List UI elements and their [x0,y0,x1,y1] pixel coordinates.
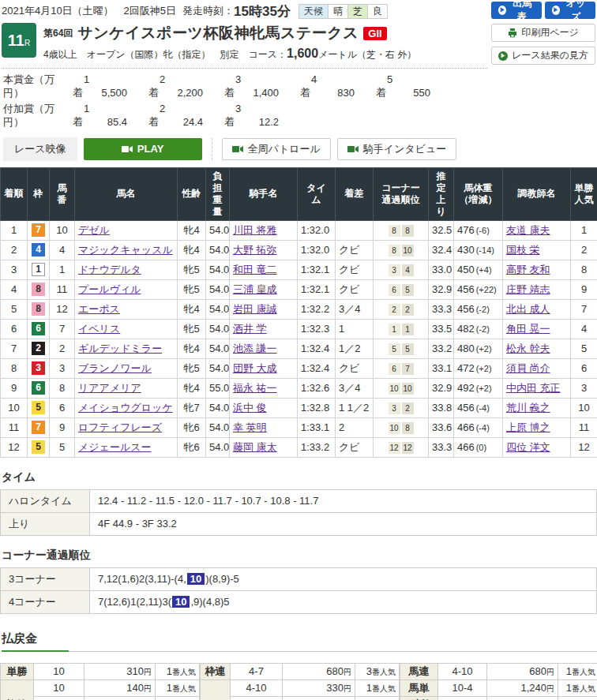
bracket-quinella-label: 枠連 [201,663,231,679]
turf-label-chip: 芝 [347,4,368,19]
jockey-link[interactable]: 岩田 康誠 [233,303,277,315]
page-top: 2021年4月10日（土曜） 2回阪神5日 発走時刻： 15時35分 天候晴 芝… [0,0,597,161]
start-time: 15時35分 [234,2,291,21]
jockey-link[interactable]: 和田 竜二 [233,264,277,275]
trainer-link[interactable]: 友道 康夫 [506,224,550,236]
wide-label: ワイ ド [201,679,231,700]
trio-label: 3連複 [400,696,438,700]
prize-item: 3着12.2 [224,103,300,129]
trainer-link[interactable]: 北出 成人 [506,303,550,315]
horse-link[interactable]: リアアメリア [78,382,141,394]
horse-link[interactable]: ロフティフレーズ [78,421,162,433]
corner-order-table: 3コーナー7,12(1,6)2(3,11)-(4,10)(8,9)-5 4コーナ… [0,567,597,614]
horse-link[interactable]: ブランノワール [78,362,152,374]
race-title: サンケイスポーツ杯阪神牝馬ステークス [77,23,359,43]
table-row: 1710デゼル牝454.0川田 将雅1:32.08832.5476(-6)友道 … [1,220,597,240]
interview-label: 騎手インタビュー [363,142,447,156]
jockey-link[interactable]: 幸 英明 [233,421,267,433]
payout-row: 単勝10310円1番人気 [1,663,200,679]
jockey-link[interactable]: 浜中 俊 [233,402,267,414]
course-label: コース： [249,49,287,60]
win-label: 単勝 [1,663,34,679]
col-horse-name: 馬名 [75,167,178,220]
col-corner-order: コーナー 通過順位 [374,167,429,220]
payout-tables: 単勝10310円1番人気 複勝10140円1番人気 4170円2番人気 1430… [0,663,597,700]
trainer-link[interactable]: 四位 洋文 [506,441,550,453]
printer-icon [508,28,517,38]
last-furlongs-label: 上り [1,512,90,535]
last-furlongs-value: 4F 44.9 - 3F 33.2 [90,512,597,535]
trainer-link[interactable]: 庄野 靖志 [506,283,550,295]
play-label: PLAY [137,143,163,155]
trainer-link[interactable]: 中内田 充正 [506,382,561,394]
jockey-link[interactable]: 福永 祐一 [233,382,277,394]
col-margin: 着差 [336,167,374,220]
payout-row: 複勝10140円1番人気 [1,679,200,696]
trainer-link[interactable]: 国枝 栄 [506,244,540,256]
entry-table-label: 出馬表 [509,0,534,24]
video-camera-icon [347,145,359,153]
exacta-label: 馬単 [400,679,438,696]
horse-link[interactable]: マジックキャッスル [78,244,173,256]
horse-link[interactable]: デゼル [78,224,110,236]
time-table: ハロンタイム12.4 - 11.2 - 11.5 - 12.0 - 11.7 -… [0,489,597,536]
frame-badge: 2 [32,342,45,355]
horse-link[interactable]: イベリス [78,323,120,335]
col-trainer: 調教師名 [503,167,571,220]
jockey-link[interactable]: 藤岡 康太 [233,441,277,453]
results-header-row: 着順 枠 馬 番 馬名 性齢 負 担 重 量 騎手名 タイ ム 着差 コーナー … [1,167,597,220]
vertical-divider [212,138,212,160]
horse-link[interactable]: ドナウデルタ [78,264,141,275]
horse-link[interactable]: メイショウグロッケ [78,402,173,414]
jockey-link[interactable]: 酒井 学 [233,323,267,335]
jockey-link[interactable]: 団野 大成 [233,362,277,374]
place-label: 複勝 [1,679,34,700]
race-date: 2021年4月10日（土曜） 2回阪神5日 [2,4,176,18]
frame-badge: 5 [32,401,45,414]
jockey-link[interactable]: 池添 謙一 [233,343,277,354]
odds-button[interactable]: オッズ [545,2,595,19]
table-row: 968リアアメリア牝455.0福永 祐一1:32.63／4101032.9492… [1,378,597,398]
table-row: 667イベリス牝554.0酒井 学1:32.311133.5482(-2)角田 … [1,319,597,339]
race-number-badge: 11R [2,23,36,58]
trainer-link[interactable]: 上原 博之 [506,421,550,433]
play-video-button[interactable]: PLAY [84,138,202,160]
prize-item: 1着85.4 [73,103,148,129]
frame-badge: 3 [32,361,45,375]
winner-highlight: 10 [187,573,205,585]
horse-link[interactable]: ギルデッドミラー [78,343,162,354]
frame-badge: 6 [32,381,45,395]
jockey-link[interactable]: 川田 将雅 [233,224,277,236]
patrol-video-button[interactable]: 全周パトロール [222,138,331,160]
print-page-button[interactable]: 印刷用ページ [491,24,595,42]
payout-table-exacta-trio: 馬連4-10680円1番人気 馬単10-41,240円1番人気 3連複1-4-1… [400,663,597,700]
horse-link[interactable]: エーポス [78,303,120,315]
odds-label: オッズ [563,0,588,24]
col-last-3f: 推 定 上 り [429,167,454,220]
jockey-link[interactable]: 大野 拓弥 [233,244,277,256]
entry-table-button[interactable]: 出馬表 [491,2,542,19]
payout-section-heading: 払戻金 [2,631,597,652]
trainer-link[interactable]: 荒川 義之 [506,402,550,414]
trainer-link[interactable]: 角田 晃一 [506,323,550,335]
table-row: 1255メジェールスー牝654.0藤岡 康太1:33.2クビ121233.346… [1,437,597,457]
race-header: 11R 第64回 サンケイスポーツ杯阪神牝馬ステークス GII 4歳以上 オープ… [2,23,487,62]
extra-prize-label: 付加賞（万 円） [3,103,73,129]
horse-link[interactable]: プールヴィル [78,283,141,295]
horse-link[interactable]: メジェールスー [78,441,152,453]
trainer-link[interactable]: 松永 幹夫 [506,343,550,354]
course-distance: 1,600 [287,47,318,60]
payout-row: 枠連4-7680円3番人気 [201,663,400,679]
prize-item: 2着2,200 [148,73,224,100]
weather-label-chip: 天候 [298,4,329,19]
jockey-link[interactable]: 三浦 皇成 [233,283,277,295]
col-frame: 枠 [28,167,50,220]
jockey-interview-button[interactable]: 騎手インタビュー [337,138,457,160]
trainer-link[interactable]: 高野 友和 [506,264,550,275]
frame-badge: 8 [32,302,45,316]
prize-money-block: 本賞金（万 円） 1着5,500 2着2,200 3着1,400 4着830 5… [2,73,487,129]
results-guide-button[interactable]: レース結果の見方 [491,47,595,65]
course-suffix: メートル（芝・右 外） [318,49,416,60]
trainer-link[interactable]: 須貝 尚介 [506,362,550,374]
frame-badge: 7 [32,421,45,434]
